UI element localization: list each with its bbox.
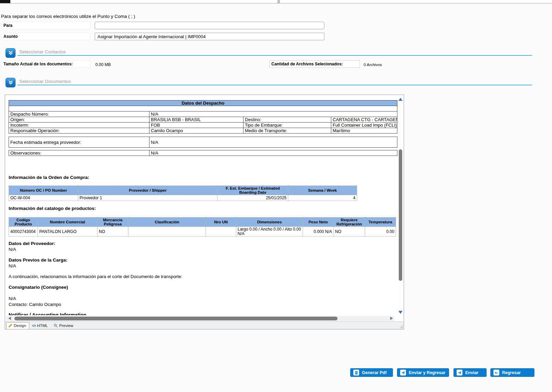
- oc-cell: 4: [288, 195, 357, 201]
- contacts-section: Seleccionar Contactos: [6, 48, 532, 59]
- return-button[interactable]: Regresar: [490, 368, 534, 377]
- despacho-value: Marítimo: [331, 128, 397, 134]
- proveedor-heading: Datos del Proveedor:: [9, 241, 55, 246]
- despacho-label: Destino:: [243, 117, 331, 123]
- scroll-up-icon[interactable]: [398, 98, 403, 101]
- despacho-value: N/A: [149, 137, 397, 148]
- documents-section-label: Seleccionar Documentos: [19, 79, 71, 84]
- despacho-empty-row: [9, 106, 397, 112]
- horizontal-scrollbar-thumb[interactable]: [14, 317, 337, 320]
- return-label: Regresar: [502, 370, 521, 375]
- select-documents-expand-button[interactable]: [6, 78, 15, 87]
- generate-pdf-button[interactable]: Generar Pdf: [350, 368, 393, 377]
- oc-header: Proveedor / Shipper: [78, 186, 218, 195]
- proveedor-value: N/A: [9, 247, 16, 252]
- oc-table: Número OC / PO Number Proveedor / Shippe…: [9, 186, 357, 201]
- despacho-value: FOB: [149, 123, 243, 128]
- products-cell: [128, 227, 206, 237]
- email-separator-hint: Para separar los correos electrónicos ut…: [1, 14, 135, 19]
- scroll-down-icon[interactable]: [398, 311, 403, 314]
- despacho-fecha-table: Fecha estimada entrega proveedor: N/A: [9, 137, 397, 148]
- products-header: Temperatura: [365, 218, 396, 227]
- send-and-return-label: Enviar y Regresar: [409, 370, 445, 375]
- despacho-value: Camilo Ocampo: [149, 128, 243, 134]
- vertical-scrollbar-thumb[interactable]: [399, 149, 402, 281]
- send-button[interactable]: Enviar: [454, 368, 487, 377]
- send-label: Enviar: [465, 370, 478, 375]
- oc-header: Semana / Week: [288, 186, 357, 195]
- despacho-label: Responsable Operación:: [9, 128, 149, 134]
- asunto-input[interactable]: [95, 33, 324, 40]
- despacho-label: Observaciones:: [9, 150, 149, 156]
- products-heading: Información del catalogo de productos:: [9, 206, 96, 211]
- products-header: Nombre Comercial: [38, 218, 97, 227]
- despacho-label: Incoterm:: [9, 123, 149, 128]
- despacho-value: CARTAGENA CTG - CARTAGENA: [331, 117, 397, 123]
- products-header: Peso Neto: [303, 218, 334, 227]
- consignee-value: N/A: [9, 296, 16, 301]
- send-icon: [457, 370, 462, 375]
- despacho-value: Full Container Load Impo (FCLI): [331, 123, 397, 128]
- previos-heading: Datos Previos de la Carga:: [9, 257, 67, 263]
- horizontal-scrollbar: [6, 316, 394, 321]
- scroll-left-icon[interactable]: [8, 317, 11, 320]
- window-title-fragment: p: [278, 0, 280, 3]
- despacho-observaciones-table: Observaciones: N/A: [9, 150, 397, 156]
- double-chevron-down-icon: [8, 80, 13, 85]
- tab-html-label: HTML: [37, 324, 48, 328]
- corte-text: A continuación, relacionamos la informac…: [9, 274, 182, 279]
- oc-heading: Información de la Orden de Compra:: [9, 175, 89, 180]
- despacho-table: Datos del Despacho Despacho Número: N/A …: [9, 100, 397, 134]
- products-cell: 40002743004: [9, 227, 38, 237]
- consignee-heading: Consignatario (Consignee): [9, 285, 68, 290]
- generate-pdf-label: Generar Pdf: [362, 370, 387, 375]
- oc-cell: Proveedor 1: [78, 195, 218, 201]
- tab-preview[interactable]: Preview: [52, 322, 76, 329]
- editor-canvas[interactable]: Datos del Despacho Despacho Número: N/A …: [5, 95, 399, 315]
- magnifier-icon: [54, 324, 58, 328]
- asunto-label-box: Asunto: [1, 33, 91, 40]
- tab-design-label: Design: [14, 324, 26, 328]
- send-and-return-button[interactable]: Enviar y Regresar: [397, 368, 449, 377]
- despacho-table-title: Datos del Despacho: [9, 100, 397, 106]
- contacts-section-divider: [18, 55, 532, 56]
- top-strip: p: [0, 0, 552, 3]
- files-count-label: Cantidad de Archivos Selecionados:: [270, 61, 360, 67]
- tab-design[interactable]: Design: [6, 322, 29, 329]
- products-header: Codigo Producto: [9, 218, 38, 227]
- para-label-box: Para: [1, 22, 91, 29]
- products-header: Nro UN: [206, 218, 236, 227]
- despacho-label: Origen:: [9, 117, 149, 123]
- products-cell: 0.00: [365, 227, 396, 237]
- email-body-editor: Datos del Despacho Despacho Número: N/A …: [5, 95, 404, 329]
- scroll-right-icon[interactable]: [390, 317, 393, 320]
- top-left-black-box: [0, 0, 10, 3]
- products-cell: Largo 0.00 / Ancho 0.00 / Alto 0.00 N/A: [236, 227, 303, 237]
- documents-section: Seleccionar Documentos: [6, 78, 532, 88]
- asunto-label: Asunto: [1, 33, 90, 40]
- despacho-value: BRASILIA BSB - BRASIL: [149, 117, 243, 123]
- tab-preview-label: Preview: [59, 324, 73, 328]
- previos-value: N/A: [9, 263, 16, 268]
- documents-section-divider: [18, 85, 532, 85]
- oc-cell: OC-W-004: [9, 195, 78, 201]
- vertical-scrollbar: [398, 97, 403, 315]
- contacts-section-label: Seleccionar Contactos: [19, 49, 66, 54]
- code-icon: <>: [32, 324, 36, 328]
- send-icon: [400, 370, 406, 375]
- despacho-label: Tipo de Embarque:: [243, 123, 331, 128]
- editor-mode-toolbar: Design <> HTML Preview: [5, 321, 404, 329]
- double-chevron-down-icon: [8, 50, 13, 56]
- oc-header: F. Est. Embarque / Estimated Boarding Da…: [218, 186, 288, 195]
- products-cell: PANTALON LARGO: [38, 227, 97, 237]
- select-contacts-expand-button[interactable]: [6, 48, 15, 58]
- products-table: Codigo Producto Nombre Comercial Mercanc…: [9, 217, 396, 237]
- pencil-icon: [8, 324, 12, 328]
- para-input[interactable]: [95, 22, 324, 29]
- notify-heading: Notificar / Accounting Information: [9, 312, 86, 315]
- files-count-value: 0 Archivos: [364, 63, 382, 67]
- tab-html[interactable]: <> HTML: [30, 322, 51, 329]
- despacho-value: N/A: [149, 150, 397, 156]
- despacho-label: Fecha estimada entrega proveedor:: [9, 137, 149, 148]
- back-arrow-icon: [493, 370, 499, 375]
